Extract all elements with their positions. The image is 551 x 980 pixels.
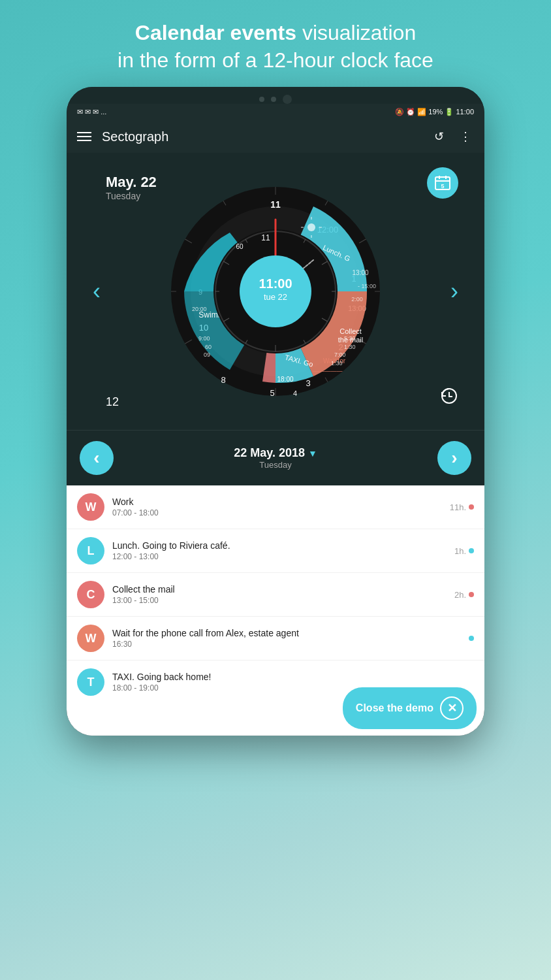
event-title: Lunch. Going to Riviera café. — [112, 540, 447, 551]
svg-text:1:30: 1:30 — [344, 344, 356, 350]
clock-face: 11 12:00 1 13:00 2 3 4 5 8 10 9 — [165, 180, 386, 402]
svg-text:2:00: 2:00 — [351, 296, 363, 302]
status-right: 🔕 ⏰ 📶 19% 🔋 11:00 — [395, 108, 474, 116]
phone-camera — [283, 95, 292, 104]
prev-day-button[interactable]: ‹ — [80, 441, 114, 475]
svg-text:11: 11 — [270, 199, 281, 210]
svg-text:60: 60 — [236, 243, 244, 250]
event-duration — [469, 636, 474, 641]
bottom-nav: ‹ 22 May. 2018 ▼ Tuesday › — [67, 430, 484, 485]
event-info: Work 07:00 - 18:00 — [112, 497, 442, 517]
app-title: Sectograph — [102, 129, 421, 144]
event-avatar: W — [77, 493, 104, 521]
event-color-dot — [469, 636, 474, 641]
hamburger-menu-button[interactable] — [77, 132, 91, 141]
header-line2: in the form of a 12-hour clock face — [118, 48, 433, 72]
date-dropdown-icon[interactable]: ▼ — [308, 448, 317, 459]
svg-text:20:00: 20:00 — [192, 306, 207, 312]
date-main: May. 22 — [106, 174, 157, 191]
event-item[interactable]: C Collect the mail 13:00 - 15:00 2h. — [67, 573, 484, 617]
phone-dot-1 — [259, 97, 264, 102]
prev-icon: ‹ — [93, 448, 99, 468]
event-duration: 2h. — [454, 590, 474, 600]
event-item[interactable]: L Lunch. Going to Riviera café. 12:00 - … — [67, 529, 484, 573]
svg-text:7:00: 7:00 — [334, 351, 346, 358]
prev-day-arrow[interactable]: ‹ — [93, 278, 101, 305]
status-icons: 🔕 ⏰ 📶 19% 🔋 11:00 — [395, 108, 474, 116]
next-day-arrow[interactable]: › — [450, 278, 458, 305]
event-time: 12:00 - 13:00 — [112, 552, 447, 561]
date-center: 22 May. 2018 ▼ Tuesday — [234, 446, 317, 470]
svg-text:18:00: 18:00 — [277, 376, 293, 383]
event-info: Wait for the phone call from Alex, estat… — [112, 628, 461, 649]
event-item[interactable]: W Work 07:00 - 18:00 11h. — [67, 485, 484, 529]
event-title: Work — [112, 497, 442, 507]
status-left: ✉ ✉ ✉ ... — [77, 108, 106, 116]
svg-text:11: 11 — [261, 233, 270, 242]
svg-text:Collect: Collect — [339, 327, 362, 335]
event-avatar: L — [77, 537, 104, 564]
event-time: 07:00 - 18:00 — [112, 508, 442, 517]
phone-dot-2 — [271, 97, 276, 102]
svg-text:09: 09 — [204, 351, 210, 358]
svg-text:- 15:00: - 15:00 — [358, 283, 376, 289]
header-rest: visualization — [296, 21, 416, 44]
refresh-button[interactable]: ↺ — [432, 127, 447, 146]
svg-text:4: 4 — [293, 389, 297, 397]
event-time: 16:30 — [112, 640, 461, 649]
status-bar: ✉ ✉ ✉ ... 🔕 ⏰ 📶 19% 🔋 11:00 — [67, 104, 484, 120]
event-title: Wait for the phone call from Alex, estat… — [112, 628, 461, 638]
svg-text:8: 8 — [221, 375, 225, 385]
svg-text:5:30: 5:30 — [344, 335, 356, 342]
phone-top-bar — [67, 87, 484, 104]
close-demo-area: Close the demo ✕ — [67, 681, 484, 736]
page-header: Calendar events visualization in the for… — [91, 0, 460, 87]
svg-point-60 — [307, 223, 315, 231]
svg-text:1:30: 1:30 — [331, 360, 343, 367]
event-avatar: C — [77, 581, 104, 608]
svg-text:3: 3 — [306, 378, 310, 388]
status-notifications: ✉ ✉ ✉ ... — [77, 108, 106, 116]
event-duration: 1h. — [454, 546, 474, 556]
close-demo-button[interactable]: Close the demo ✕ — [343, 687, 477, 729]
calendar-button[interactable]: 5 — [427, 167, 458, 199]
next-icon: › — [451, 448, 457, 468]
event-color-dot — [469, 592, 474, 597]
svg-text:9:00: 9:00 — [198, 335, 210, 342]
date-weekday: Tuesday — [106, 191, 157, 201]
header-bold: Calendar events — [135, 21, 296, 44]
svg-text:tue 22: tue 22 — [264, 292, 287, 302]
more-options-button[interactable]: ⋮ — [457, 127, 474, 146]
svg-text:13:00: 13:00 — [352, 269, 368, 276]
next-day-button[interactable]: › — [437, 441, 471, 475]
event-info: Lunch. Going to Riviera café. 12:00 - 13… — [112, 540, 447, 561]
event-duration: 11h. — [450, 502, 474, 512]
event-color-dot — [469, 548, 474, 553]
event-time: 13:00 - 15:00 — [112, 596, 447, 605]
svg-point-68 — [240, 255, 311, 327]
clock-number-12: 12 — [106, 395, 119, 409]
event-item[interactable]: W Wait for the phone call from Alex, est… — [67, 617, 484, 661]
calendar-area: May. 22 Tuesday 12 ‹ — [67, 153, 484, 430]
clock-container: May. 22 Tuesday 12 ‹ — [86, 161, 465, 422]
event-color-dot — [469, 504, 474, 510]
current-weekday: Tuesday — [234, 460, 317, 470]
history-button[interactable] — [440, 387, 458, 409]
event-title: Collect the mail — [112, 584, 447, 595]
svg-text:—————: ————— — [313, 368, 343, 374]
current-date: 22 May. 2018 ▼ — [234, 446, 317, 460]
event-info: Collect the mail 13:00 - 15:00 — [112, 584, 447, 605]
app-bar: Sectograph ↺ ⋮ — [67, 120, 484, 153]
svg-text:11:00: 11:00 — [259, 276, 292, 291]
svg-text:5: 5 — [441, 183, 444, 189]
event-avatar: W — [77, 625, 104, 652]
close-demo-label: Close the demo — [356, 702, 433, 714]
phone-frame: ✉ ✉ ✉ ... 🔕 ⏰ 📶 19% 🔋 11:00 Sectograph ↺… — [67, 87, 484, 736]
svg-text:5: 5 — [270, 388, 274, 398]
date-side-label: May. 22 Tuesday — [106, 174, 157, 201]
close-x-icon[interactable]: ✕ — [440, 696, 464, 720]
svg-text:60: 60 — [205, 344, 212, 350]
phone-screen: ✉ ✉ ✉ ... 🔕 ⏰ 📶 19% 🔋 11:00 Sectograph ↺… — [67, 104, 484, 736]
